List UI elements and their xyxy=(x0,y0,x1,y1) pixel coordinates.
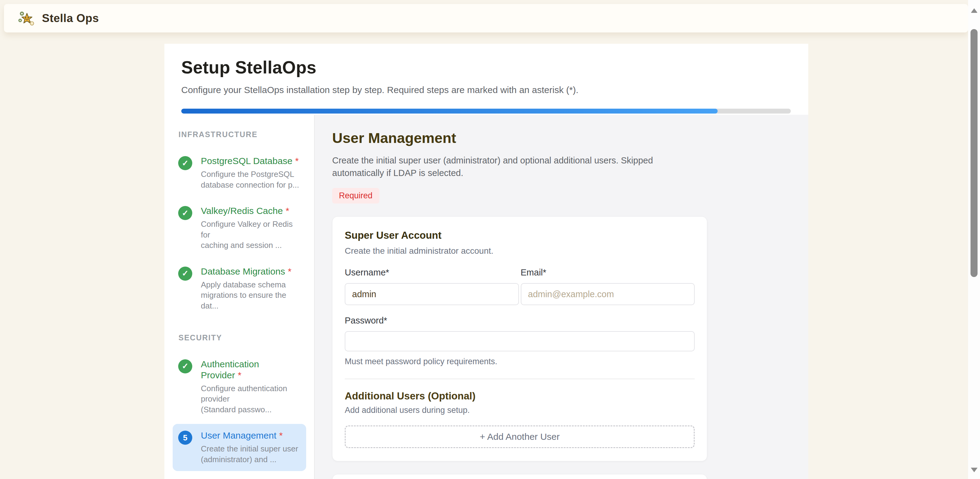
password-input[interactable] xyxy=(345,331,695,352)
step-number-badge: 5 xyxy=(178,431,192,445)
step-content: User Management Create the initial super… xyxy=(315,115,808,479)
required-asterisk: * xyxy=(288,266,291,276)
step-title: Authentication Provider* xyxy=(201,359,301,381)
check-icon: ✓ xyxy=(178,267,192,281)
card-subtitle: Create the initial administrator account… xyxy=(345,246,695,256)
section-divider xyxy=(345,379,695,379)
scroll-down-icon[interactable] xyxy=(968,464,980,476)
scrollbar-thumb[interactable] xyxy=(970,29,978,277)
step-title: Valkey/Redis Cache* xyxy=(201,205,301,216)
required-asterisk: * xyxy=(286,206,289,216)
step-title: User Management* xyxy=(201,430,301,441)
super-user-card: Super User Account Create the initial ad… xyxy=(332,216,707,461)
email-label: Email* xyxy=(521,267,695,278)
validation-checks-card: Validation Checks connectivity Check pas… xyxy=(332,474,707,479)
progress-fill xyxy=(181,109,718,113)
app-header: Stella Ops xyxy=(4,4,968,32)
step-title: PostgreSQL Database* xyxy=(201,156,301,167)
brand-title: Stella Ops xyxy=(42,12,99,25)
email-field-group: Email* xyxy=(521,267,695,305)
sidebar-item-database-migrations[interactable]: ✓ Database Migrations* Apply database sc… xyxy=(173,260,306,317)
stella-ops-logo-icon xyxy=(18,10,36,27)
step-description: Configure authentication provider(Standa… xyxy=(201,383,301,415)
section-label-infrastructure: INFRASTRUCTURE xyxy=(178,130,306,139)
required-asterisk: * xyxy=(238,370,242,380)
required-asterisk: * xyxy=(295,156,299,166)
setup-wizard: Setup StellaOps Configure your StellaOps… xyxy=(164,44,808,479)
step-title: Database Migrations* xyxy=(201,266,301,277)
username-field-group: Username* xyxy=(345,267,519,305)
sidebar-item-postgresql-database[interactable]: ✓ PostgreSQL Database* Configure the Pos… xyxy=(173,150,306,196)
required-badge: Required xyxy=(332,188,379,204)
sidebar-item-user-management[interactable]: 5 User Management* Create the initial su… xyxy=(173,424,306,471)
vertical-scrollbar[interactable] xyxy=(968,0,980,479)
additional-users-title: Additional Users (Optional) xyxy=(345,390,695,402)
password-helper-text: Must meet password policy requirements. xyxy=(345,357,695,366)
sidebar-item-valkey-redis-cache[interactable]: ✓ Valkey/Redis Cache* Configure Valkey o… xyxy=(173,199,306,257)
step-description-text: Create the initial super user (administr… xyxy=(332,154,697,179)
add-another-user-button[interactable]: + Add Another User xyxy=(345,425,695,448)
check-icon: ✓ xyxy=(178,156,192,170)
password-label: Password* xyxy=(345,315,695,326)
page-title: Setup StellaOps xyxy=(181,57,791,78)
step-description: Configure the PostgreSQLdatabase connect… xyxy=(201,169,301,190)
check-icon: ✓ xyxy=(178,206,192,220)
page-subtitle: Configure your StellaOps installation st… xyxy=(181,85,791,95)
step-description: Apply database schemamigrations to ensur… xyxy=(201,279,301,311)
password-field-group: Password* Must meet password policy requ… xyxy=(345,315,695,366)
step-heading: User Management xyxy=(332,129,808,146)
check-icon: ✓ xyxy=(178,359,192,373)
username-label: Username* xyxy=(345,267,519,278)
steps-sidebar: INFRASTRUCTURE ✓ PostgreSQL Database* Co… xyxy=(164,115,315,479)
progress-bar xyxy=(181,109,791,113)
sidebar-item-cryptographic-provider[interactable]: ✓ Cryptographic Provider Select cryptogr… xyxy=(173,474,306,479)
additional-users-subtitle: Add additional users during setup. xyxy=(345,406,695,415)
email-input[interactable] xyxy=(521,283,695,305)
username-input[interactable] xyxy=(345,283,519,305)
step-description: Create the initial super user(administra… xyxy=(201,444,301,465)
wizard-title-block: Setup StellaOps Configure your StellaOps… xyxy=(164,44,808,115)
required-asterisk: * xyxy=(279,430,283,441)
step-description: Configure Valkey or Redis forcaching and… xyxy=(201,219,301,251)
card-title: Super User Account xyxy=(345,229,695,241)
sidebar-item-authentication-provider[interactable]: ✓ Authentication Provider* Configure aut… xyxy=(173,353,306,421)
scroll-up-icon[interactable] xyxy=(968,4,980,16)
section-label-security: SECURITY xyxy=(178,333,306,342)
